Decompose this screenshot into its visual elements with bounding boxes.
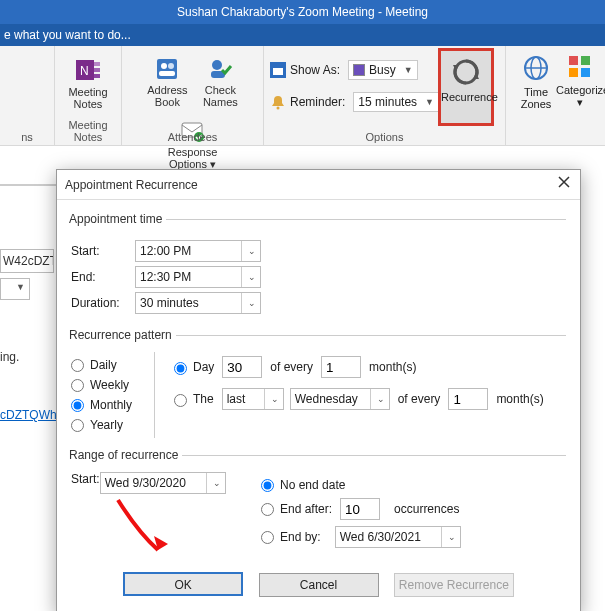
chevron-down-icon[interactable]: ▼ <box>16 282 25 292</box>
svg-rect-15 <box>273 65 283 68</box>
range-start-dropdown[interactable]: Wed 9/30/2020⌄ <box>100 472 226 494</box>
pattern-daily[interactable]: Daily <box>71 358 148 372</box>
bg-link[interactable]: cDZTQWh <box>0 408 57 422</box>
chevron-down-icon: ▼ <box>425 97 434 107</box>
check-names-label: Check Names <box>203 84 238 108</box>
end-by-dropdown[interactable]: Wed 6/30/2021⌄ <box>335 526 461 548</box>
categorize-icon <box>567 54 593 80</box>
svg-point-6 <box>161 63 167 69</box>
radio-label: End after: <box>280 502 332 516</box>
dialog-close-button[interactable] <box>554 174 574 194</box>
appointment-time-section: Appointment time Start: 12:00 PM⌄ End: 1… <box>71 212 566 318</box>
ribbon-group-label: Attendees <box>122 131 263 143</box>
meeting-notes-button[interactable]: N Meeting Notes <box>62 52 113 110</box>
ribbon-group-label: Meeting Notes <box>55 119 121 143</box>
day-label: Day <box>193 360 214 374</box>
radio-label: Monthly <box>90 398 132 412</box>
categorize-button[interactable]: Categorize ▾ <box>556 48 604 126</box>
reminder-value: 15 minutes <box>358 95 417 109</box>
duration-dropdown[interactable]: 30 minutes⌄ <box>135 292 261 314</box>
end-by-radio[interactable]: End by: Wed 6/30/2021⌄ <box>261 526 566 548</box>
radio-label: Weekly <box>90 378 129 392</box>
ribbon-group-label: Options <box>264 131 505 143</box>
start-time-dropdown[interactable]: 12:00 PM⌄ <box>135 240 261 262</box>
svg-rect-8 <box>159 71 175 76</box>
end-time-value: 12:30 PM <box>140 270 191 284</box>
ribbon-group-actions: ns <box>0 46 55 145</box>
end-time-dropdown[interactable]: 12:30 PM⌄ <box>135 266 261 288</box>
chevron-down-icon: ⌄ <box>241 241 256 261</box>
recurrence-button[interactable]: Recurrence <box>438 48 494 126</box>
radio-label: Yearly <box>90 418 123 432</box>
radio-label: No end date <box>280 478 345 492</box>
showas-icon <box>270 62 286 78</box>
reminder-label: Reminder: <box>290 95 345 109</box>
duration-label: Duration: <box>71 296 135 310</box>
chevron-down-icon: ▼ <box>404 65 413 75</box>
categorize-label: Categorize ▾ <box>556 84 604 109</box>
chevron-down-icon: ⌄ <box>264 389 279 409</box>
pattern-weekly[interactable]: Weekly <box>71 378 148 392</box>
bg-text: ing. <box>0 350 19 364</box>
day-number-input[interactable] <box>222 356 262 378</box>
duration-value: 30 minutes <box>140 296 199 310</box>
onenote-icon: N <box>74 56 102 84</box>
svg-point-16 <box>277 107 280 110</box>
range-section: Range of recurrence Start: Wed 9/30/2020… <box>71 448 566 554</box>
every-n-months-input-2[interactable] <box>448 388 488 410</box>
svg-rect-2 <box>94 68 100 72</box>
dialog-title: Appointment Recurrence <box>65 178 198 192</box>
ribbon-group-options: Show As: Busy ▼ Reminder: 15 minutes ▼ R… <box>264 46 506 145</box>
end-after-radio[interactable]: End after: occurrences <box>261 498 566 520</box>
address-book-icon <box>154 56 180 82</box>
reminder-combo[interactable]: 15 minutes ▼ <box>353 92 439 112</box>
tellme-bar[interactable]: e what you want to do... <box>0 24 605 46</box>
svg-text:N: N <box>80 64 89 78</box>
every-n-months-input[interactable] <box>321 356 361 378</box>
remove-recurrence-button: Remove Recurrence <box>394 573 514 597</box>
pattern-monthly[interactable]: Monthly <box>71 398 148 412</box>
check-names-icon <box>207 56 233 82</box>
dialog-button-bar: OK Cancel Remove Recurrence <box>71 564 566 601</box>
ribbon-group-tags: Time Zones Categorize ▾ <box>506 46 605 145</box>
address-book-button[interactable]: Address Book <box>141 52 193 108</box>
ribbon-group-attendees: Address Book Check Names Response Option… <box>122 46 264 145</box>
monthly-by-day-radio[interactable] <box>174 362 187 375</box>
pattern-yearly[interactable]: Yearly <box>71 418 148 432</box>
recurrence-icon <box>451 57 481 87</box>
chevron-down-icon: ⌄ <box>241 267 256 287</box>
section-label: Range of recurrence <box>69 448 182 462</box>
ofevery-label: of every <box>270 360 313 374</box>
radio-label: Daily <box>90 358 117 372</box>
busy-color-swatch <box>353 64 365 76</box>
svg-rect-23 <box>581 68 590 77</box>
start-time-value: 12:00 PM <box>140 244 191 258</box>
ordinal-dropdown[interactable]: last⌄ <box>222 388 284 410</box>
chevron-down-icon: ⌄ <box>370 389 385 409</box>
range-start-label: Start: <box>71 472 100 486</box>
end-time-label: End: <box>71 270 135 284</box>
weekday-dropdown[interactable]: Wednesday⌄ <box>290 388 390 410</box>
address-book-label: Address Book <box>147 84 187 108</box>
check-names-button[interactable]: Check Names <box>197 52 244 108</box>
chevron-down-icon: ⌄ <box>241 293 256 313</box>
ok-button[interactable]: OK <box>123 572 243 596</box>
section-label: Appointment time <box>69 212 166 226</box>
svg-rect-21 <box>581 56 590 65</box>
ribbon-group-label: ns <box>0 131 54 143</box>
chevron-down-icon: ⌄ <box>206 473 221 493</box>
monthly-by-the-radio[interactable] <box>174 394 187 407</box>
svg-point-7 <box>168 63 174 69</box>
dialog-title-bar: Appointment Recurrence <box>57 170 580 200</box>
weekday-value: Wednesday <box>295 392 358 406</box>
window-title: Sushan Chakraborty's Zoom Meeting - Meet… <box>0 0 605 24</box>
end-after-n-input[interactable] <box>340 498 380 520</box>
no-end-date-radio[interactable]: No end date <box>261 478 566 492</box>
svg-rect-22 <box>569 68 578 77</box>
meeting-notes-label: Meeting Notes <box>68 86 107 110</box>
response-options-label: Response Options ▾ <box>168 146 218 171</box>
occurrences-label: occurrences <box>394 502 459 516</box>
showas-combo[interactable]: Busy ▼ <box>348 60 418 80</box>
cancel-button[interactable]: Cancel <box>259 573 379 597</box>
showas-value: Busy <box>369 63 396 77</box>
